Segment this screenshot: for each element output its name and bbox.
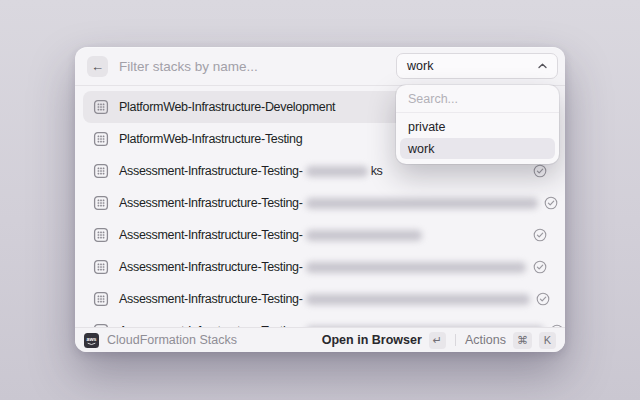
command-key-badge: ⌘ [513,332,532,349]
stack-grid-icon [93,131,109,147]
stack-name: PlatformWeb-Infrastructure-Testing [119,132,302,146]
header: ← Filter stacks by name... work [75,47,565,86]
check-circle-icon [530,292,550,306]
check-circle-icon [527,164,547,178]
footer-divider [455,334,456,346]
launcher-window: ← Filter stacks by name... work Platform… [75,47,565,352]
stack-grid-icon [93,163,109,179]
enter-key-badge: ↵ [429,332,446,349]
stack-list-item[interactable]: Assessment-Infrastructure-Testing- [83,187,557,219]
actions-button[interactable]: Actions [465,333,506,347]
stack-list-item[interactable]: Assessment-Infrastructure-Testing- [83,315,557,327]
dropdown-option[interactable]: work [400,138,555,159]
stack-grid-icon [93,99,109,115]
stack-name: Assessment-Infrastructure-Testing- [119,164,303,178]
stack-grid-icon [93,259,109,275]
stack-name: Assessment-Infrastructure-Testing- [119,196,303,210]
stack-list-item[interactable]: Assessment-Infrastructure-Testing- [83,283,557,315]
stack-list-item[interactable]: Assessment-Infrastructure-Testing- [83,219,557,251]
stack-grid-icon [93,291,109,307]
dropdown-search-input[interactable]: Search... [396,85,559,113]
open-in-browser-button[interactable]: Open in Browser [322,333,422,347]
profile-dropdown-value: work [407,59,532,73]
stack-grid-icon [93,227,109,243]
aws-icon: aws [84,333,99,348]
check-circle-icon [527,260,547,274]
stack-name: Assessment-Infrastructure-Testing- [119,260,303,274]
app-title: CloudFormation Stacks [107,333,314,347]
k-key-badge: K [539,332,556,349]
stack-name: Assessment-Infrastructure-Testing- [119,228,303,242]
check-circle-icon [527,228,547,242]
stack-name: Assessment-Infrastructure-Testing- [119,292,303,306]
stack-name: PlatformWeb-Infrastructure-Development [119,100,335,114]
arrow-left-icon: ← [91,60,104,73]
profile-dropdown-panel: Search... private work [396,85,559,164]
stack-name-tail: ks [371,164,383,178]
check-circle-icon [538,196,558,210]
profile-dropdown-trigger[interactable]: work [396,53,558,79]
redacted-text [306,262,526,273]
dropdown-options: private work [396,116,559,159]
svg-text:aws: aws [86,336,96,342]
redacted-text [306,166,368,177]
dropdown-option[interactable]: private [400,116,555,137]
stack-grid-icon [93,195,109,211]
redacted-text [306,230,422,241]
redacted-text [306,198,538,209]
filter-input[interactable]: Filter stacks by name... [119,59,396,74]
redacted-text [306,294,530,305]
chevron-up-icon [538,63,547,69]
footer-actions: Open in Browser ↵ Actions ⌘ K [322,332,556,349]
footer-bar: aws CloudFormation Stacks Open in Browse… [75,327,565,352]
stack-list-item[interactable]: Assessment-Infrastructure-Testing- [83,251,557,283]
back-button[interactable]: ← [87,56,108,77]
